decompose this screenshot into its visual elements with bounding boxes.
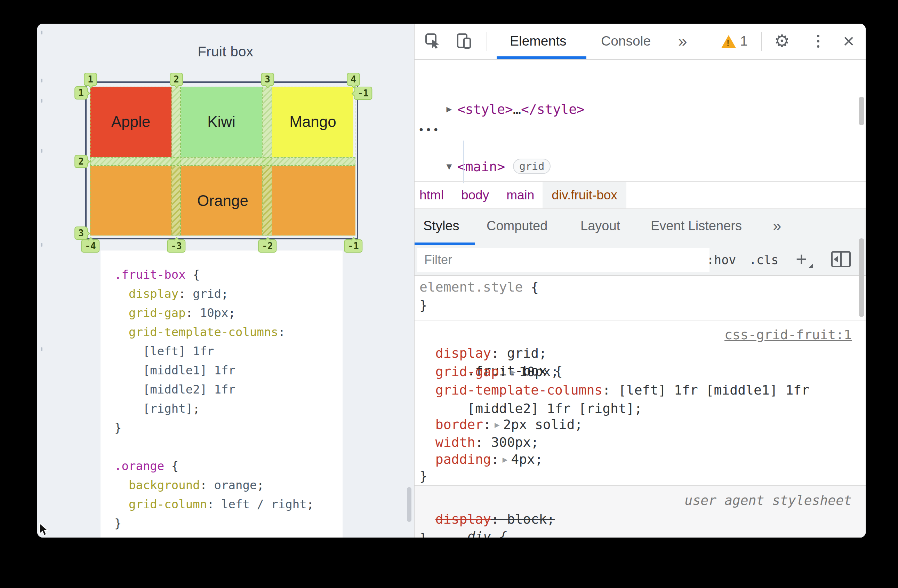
grid-line-badge-col-3: 3 — [261, 73, 274, 86]
grid-line-badge-col-4: 4 — [347, 73, 360, 86]
ua-prop-display-block-overridden[interactable]: display: block; — [420, 510, 852, 528]
page-title: Fruit box — [37, 44, 414, 60]
warning-icon[interactable]: ! — [721, 35, 736, 48]
warning-count[interactable]: 1 — [740, 24, 748, 58]
styles-scrollbar-thumb[interactable] — [859, 238, 864, 317]
breadcrumb: html body main div.fruit-box — [415, 181, 866, 209]
grid-line-badge-col--2: -2 — [258, 239, 277, 252]
grid-gap-row — [90, 157, 355, 166]
mouse-cursor — [39, 523, 51, 537]
new-style-rule-button[interactable]: + — [796, 245, 807, 274]
more-panes-icon[interactable]: » — [773, 209, 781, 243]
tab-console[interactable]: Console — [601, 24, 651, 58]
style-prop-grid-template-columns[interactable]: grid-template-columns: [left] 1fr [middl… — [420, 381, 852, 399]
hov-toggle[interactable]: :hov — [707, 245, 736, 275]
ruler-tick — [41, 31, 42, 34]
breadcrumb-main[interactable]: main — [506, 188, 534, 203]
active-tab-underline — [497, 56, 586, 59]
tab-elements[interactable]: Elements — [510, 24, 567, 58]
fruit-box-mango: Mango — [272, 87, 354, 157]
rule-close-brace: } — [420, 467, 852, 485]
style-prop-padding[interactable]: padding:▶4px; — [420, 450, 852, 468]
ruler-tick — [41, 149, 42, 153]
dom-scrollbar-thumb[interactable] — [859, 97, 864, 125]
rule-element-style[interactable]: element.style { — [420, 278, 852, 296]
tab-styles[interactable]: Styles — [423, 209, 459, 243]
grid-line-badge-col--1: -1 — [344, 239, 362, 252]
grid-line-badge-row-3: 3 — [74, 226, 88, 240]
rule-fruit-box-selector[interactable]: css-grid-fruit:1 .fruit-box { — [420, 326, 852, 344]
ruler-tick — [41, 99, 42, 103]
fruit-box-apple: Apple — [90, 87, 171, 157]
fruit-grid: Apple Kiwi Mango Orange — [85, 82, 358, 239]
code-line: grid-gap: 10px; — [114, 303, 343, 323]
more-tabs-icon[interactable]: » — [678, 24, 687, 58]
code-line: grid-column: left / right; — [114, 495, 343, 514]
tab-event-listeners[interactable]: Event Listeners — [651, 209, 742, 243]
indent-guide — [463, 140, 464, 183]
more-actions-icon[interactable]: ••• — [418, 122, 440, 140]
grid-line-badge-row-2: 2 — [74, 155, 88, 168]
code-line: background: orange; — [114, 476, 343, 495]
ruler-tick — [41, 347, 42, 351]
fruit-box-kiwi: Kiwi — [181, 87, 262, 157]
cls-toggle[interactable]: .cls — [749, 245, 778, 275]
code-line: } — [114, 418, 343, 437]
dom-node-main[interactable]: ▼ <main> grid — [415, 157, 866, 176]
close-icon[interactable]: × — [843, 24, 855, 58]
devtools-toolbar: Elements Console » ! 1 ⚙ × — [415, 24, 866, 60]
code-line: } — [114, 514, 343, 533]
ruler-tick — [41, 79, 42, 82]
active-pane-underline — [415, 243, 475, 245]
rule-divider — [415, 320, 866, 320]
code-line — [114, 437, 343, 457]
grid-line-badge-col-1: 1 — [84, 73, 97, 86]
page-scrollbar-thumb[interactable] — [407, 487, 411, 522]
kebab-menu-icon[interactable] — [811, 24, 825, 58]
user-agent-stylesheet-label: user agent stylesheet — [685, 491, 852, 509]
css-code-block: .fruit-box { display: grid; grid-gap: 10… — [100, 251, 343, 537]
toolbar-divider — [761, 32, 762, 51]
fruit-box-orange: Orange — [90, 166, 355, 236]
settings-gear-icon[interactable]: ⚙ — [774, 24, 790, 58]
toggle-sidebar-icon[interactable] — [831, 251, 851, 267]
grid-line-badge-row-1: 1 — [74, 86, 88, 100]
browser-page: Fruit box Apple Kiwi Mango Orange 1 2 3 … — [37, 24, 414, 537]
code-line: .orange { — [114, 457, 343, 476]
rule-close-brace: } — [420, 296, 852, 314]
breadcrumb-html[interactable]: html — [420, 188, 444, 203]
tab-computed[interactable]: Computed — [487, 209, 547, 243]
style-prop-width[interactable]: width: 300px; — [420, 433, 852, 451]
inspect-element-icon[interactable] — [422, 24, 444, 58]
ua-rule-div-selector[interactable]: user agent stylesheet div { — [420, 491, 852, 509]
filter-input[interactable] — [417, 248, 709, 272]
tab-layout[interactable]: Layout — [580, 209, 620, 243]
grid-line-badge-col--4: -4 — [81, 239, 100, 252]
code-line: grid-template-columns: — [114, 323, 343, 342]
ua-rule-close-brace: } — [420, 529, 852, 537]
app-window: Fruit box Apple Kiwi Mango Orange 1 2 3 … — [37, 24, 866, 537]
grid-line-badge-row--1: -1 — [354, 87, 372, 100]
device-toolbar-icon[interactable] — [453, 24, 475, 58]
styles-pane: element.style { } css-grid-fruit:1 .frui… — [415, 276, 866, 537]
breadcrumb-div-fruit-box[interactable]: div.fruit-box — [543, 182, 626, 208]
dom-tree: ▶ <style>…</style> ▼ <main> grid <p>Frui… — [415, 59, 866, 183]
grid-line-badge-col-2: 2 — [170, 73, 183, 86]
style-prop-grid-template-columns-wrap[interactable]: [middle2] 1fr [right]; — [420, 399, 852, 417]
code-line: [middle2] 1fr — [114, 380, 343, 399]
toolbar-divider — [487, 32, 487, 51]
dom-node-style[interactable]: ▶ <style>…</style> — [415, 100, 866, 119]
ruler-tick — [41, 243, 42, 247]
code-line: .fruit-box { — [114, 265, 343, 284]
breadcrumb-body[interactable]: body — [461, 188, 489, 203]
style-prop-grid-gap[interactable]: grid-gap:▶10px; — [420, 363, 852, 381]
code-line: [middle1] 1fr — [114, 361, 343, 380]
style-prop-display[interactable]: display: grid; — [420, 344, 852, 362]
style-prop-border[interactable]: border:▶2px solid; — [420, 416, 852, 434]
devtools-panel: Elements Console » ! 1 ⚙ × ▶ <style>…</s… — [414, 24, 866, 537]
code-line: [left] 1fr — [114, 342, 343, 361]
code-line: display: grid; — [114, 284, 343, 303]
sidebar-pane-tabs: Styles Computed Layout Event Listeners » — [415, 209, 866, 245]
grid-line-badge-col--3: -3 — [167, 239, 185, 252]
stylesheet-link[interactable]: css-grid-fruit:1 — [724, 326, 852, 344]
